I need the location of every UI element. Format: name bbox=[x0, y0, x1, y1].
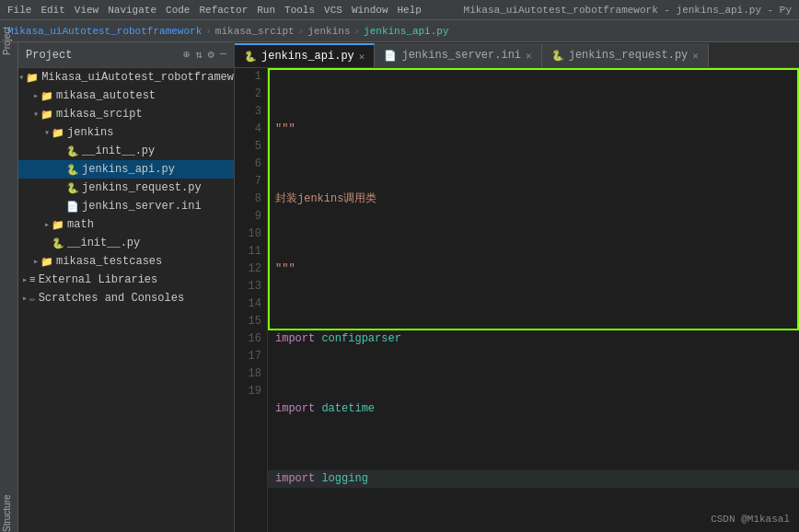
code-lines: """ 封装jenkins调用类 """ import configparser bbox=[268, 68, 799, 532]
tree-label: Mikasa_uiAutotest_robotframew bbox=[41, 71, 234, 84]
tree-item-jenkins-server[interactable]: ▸ 📄 jenkins_server.ini bbox=[18, 197, 234, 215]
breadcrumb: Mikasa_uiAutotest_robotframework › mikas… bbox=[0, 20, 799, 42]
watermark: CSDN @M1kasal bbox=[711, 514, 790, 525]
tree-label: jenkins_api.py bbox=[82, 163, 175, 176]
menu-refactor[interactable]: Refactor bbox=[199, 5, 248, 16]
py-icon: 🐍 bbox=[52, 237, 64, 249]
tabs-bar: 🐍 jenkins_api.py ✕ 📄 jenkins_server.ini … bbox=[235, 42, 799, 68]
tab-py-icon: 🐍 bbox=[244, 51, 257, 63]
tab-label: jenkins_api.py bbox=[261, 50, 354, 63]
code-editor[interactable]: 1 2 3 4 5 6 7 8 9 10 11 12 13 14 15 16 1… bbox=[235, 68, 799, 532]
tree-label: jenkins_request.py bbox=[82, 181, 202, 194]
sidebar-add-icon[interactable]: ⊕ bbox=[183, 48, 190, 62]
tree-arrow: ▸ bbox=[22, 274, 28, 285]
tree-label: mikasa_srcipt bbox=[56, 108, 143, 121]
structure-tab-icon[interactable]: Structure bbox=[2, 519, 17, 532]
breadcrumb-part-3[interactable]: jenkins bbox=[307, 26, 350, 37]
breadcrumb-sep-2: › bbox=[298, 26, 305, 37]
tab-close-icon[interactable]: ✕ bbox=[692, 50, 699, 62]
tree-item-root[interactable]: ▾ 📁 Mikasa_uiAutotest_robotframew bbox=[18, 68, 234, 87]
menu-edit[interactable]: Edit bbox=[41, 5, 64, 16]
tab-jenkins-api[interactable]: 🐍 jenkins_api.py ✕ bbox=[235, 43, 375, 67]
tree-label: jenkins bbox=[67, 126, 113, 139]
project-tab-icon[interactable]: Project bbox=[2, 46, 17, 59]
folder-icon: 📁 bbox=[41, 90, 53, 102]
tree-arrow: ▸ bbox=[33, 90, 39, 101]
tree-label: External Libraries bbox=[39, 273, 158, 286]
py-icon: 🐍 bbox=[66, 182, 79, 194]
code-scroll[interactable]: """ 封装jenkins调用类 """ import configparser bbox=[268, 68, 799, 532]
ini-icon: 📄 bbox=[66, 201, 79, 213]
libs-icon: ≡ bbox=[29, 274, 36, 285]
breadcrumb-sep-1: › bbox=[205, 26, 212, 37]
title-bar: File Edit View Navigate Code Refactor Ru… bbox=[0, 0, 799, 20]
sidebar-collapse-icon[interactable]: — bbox=[220, 48, 226, 62]
tab-close-icon[interactable]: ✕ bbox=[359, 51, 365, 63]
folder-icon: 📁 bbox=[41, 256, 53, 268]
code-line-6: ➤ import logging bbox=[268, 470, 799, 488]
code-line-1: """ bbox=[268, 121, 799, 138]
scratch-icon: ✏ bbox=[29, 293, 36, 305]
breadcrumb-part-1[interactable]: Mikasa_uiAutotest_robotframework bbox=[7, 26, 202, 37]
tree-arrow: ▾ bbox=[33, 109, 39, 120]
line-numbers: 1 2 3 4 5 6 7 8 9 10 11 12 13 14 15 16 1… bbox=[235, 68, 268, 532]
tree-arrow: ▸ bbox=[22, 293, 28, 304]
tree-label: Scratches and Consoles bbox=[39, 292, 184, 305]
tab-close-icon[interactable]: ✕ bbox=[526, 50, 532, 62]
tree-item-math[interactable]: ▸ 📁 math bbox=[18, 215, 234, 234]
tree-arrow: ▾ bbox=[18, 72, 24, 83]
tab-jenkins-request[interactable]: 🐍 jenkins_request.py ✕ bbox=[542, 43, 709, 67]
sidebar: Project ⊕ ⇅ ⚙ — ▾ 📁 Mikasa_uiAutotest_ro… bbox=[18, 42, 235, 532]
menu-help[interactable]: Help bbox=[398, 5, 422, 16]
code-line-5: import datetime bbox=[268, 400, 799, 418]
left-icon-bar: Project Structure bbox=[0, 42, 18, 532]
folder-icon: 📁 bbox=[41, 109, 53, 121]
menu-bar[interactable]: File Edit View Navigate Code Refactor Ru… bbox=[7, 5, 422, 16]
tree-item-mikasa-autotest[interactable]: ▸ 📁 mikasa_autotest bbox=[18, 87, 234, 105]
tab-label: jenkins_request.py bbox=[569, 49, 689, 62]
tab-jenkins-server[interactable]: 📄 jenkins_server.ini ✕ bbox=[375, 43, 541, 67]
window-title: Mikasa_uiAutotest_robotframework - jenki… bbox=[464, 5, 792, 16]
sidebar-sync-icon[interactable]: ⇅ bbox=[195, 48, 202, 62]
tree-item-scratches[interactable]: ▸ ✏ Scratches and Consoles bbox=[18, 289, 234, 307]
code-line-3: """ bbox=[268, 260, 799, 278]
folder-icon: 📁 bbox=[52, 127, 64, 139]
menu-tools[interactable]: Tools bbox=[284, 5, 315, 16]
tree-label: __init__.py bbox=[67, 237, 140, 249]
tree-item-jenkins-request[interactable]: ▸ 🐍 jenkins_request.py bbox=[18, 179, 234, 197]
menu-run[interactable]: Run bbox=[257, 5, 275, 16]
tree-item-mikasa-srcipt[interactable]: ▾ 📁 mikasa_srcipt bbox=[18, 105, 234, 123]
tree-item-init2[interactable]: ▸ 🐍 __init__.py bbox=[18, 234, 234, 252]
menu-view[interactable]: View bbox=[75, 5, 98, 16]
editor-area: 🐍 jenkins_api.py ✕ 📄 jenkins_server.ini … bbox=[235, 42, 799, 532]
sidebar-header: Project ⊕ ⇅ ⚙ — bbox=[18, 42, 234, 68]
menu-navigate[interactable]: Navigate bbox=[108, 5, 156, 16]
tree-item-external-libs[interactable]: ▸ ≡ External Libraries bbox=[18, 271, 234, 289]
breadcrumb-part-2[interactable]: mikasa_srcipt bbox=[215, 26, 295, 37]
menu-file[interactable]: File bbox=[7, 5, 31, 16]
tree-item-init[interactable]: ▸ 🐍 __init__.py bbox=[18, 142, 234, 160]
code-line-2: 封装jenkins调用类 bbox=[268, 191, 799, 208]
breadcrumb-part-4[interactable]: jenkins_api.py bbox=[364, 26, 448, 37]
tree-label: jenkins_server.ini bbox=[82, 200, 202, 213]
folder-icon: 📁 bbox=[26, 72, 39, 84]
tab-ini-icon: 📄 bbox=[384, 50, 397, 62]
tree-label: math bbox=[67, 218, 94, 231]
tree-label: __init__.py bbox=[82, 145, 155, 157]
tree-item-jenkins[interactable]: ▾ 📁 jenkins bbox=[18, 123, 234, 142]
py-icon: 🐍 bbox=[66, 164, 79, 176]
menu-code[interactable]: Code bbox=[166, 5, 190, 16]
tab-label: jenkins_server.ini bbox=[401, 49, 521, 62]
menu-window[interactable]: Window bbox=[352, 5, 388, 16]
menu-vcs[interactable]: VCS bbox=[324, 5, 342, 16]
tree-arrow: ▸ bbox=[33, 256, 39, 267]
code-line-4: import configparser bbox=[268, 330, 799, 348]
tree-item-testcases[interactable]: ▸ 📁 mikasa_testcases bbox=[18, 252, 234, 271]
tree-label: mikasa_autotest bbox=[56, 89, 156, 102]
sidebar-title: Project bbox=[26, 49, 72, 62]
folder-icon: 📁 bbox=[52, 219, 64, 231]
tree-item-jenkins-api[interactable]: ▸ 🐍 jenkins_api.py bbox=[18, 160, 234, 179]
sidebar-toolbar[interactable]: ⊕ ⇅ ⚙ — bbox=[183, 48, 226, 62]
sidebar-settings-icon[interactable]: ⚙ bbox=[208, 48, 214, 62]
tab-py-icon: 🐍 bbox=[551, 50, 564, 62]
